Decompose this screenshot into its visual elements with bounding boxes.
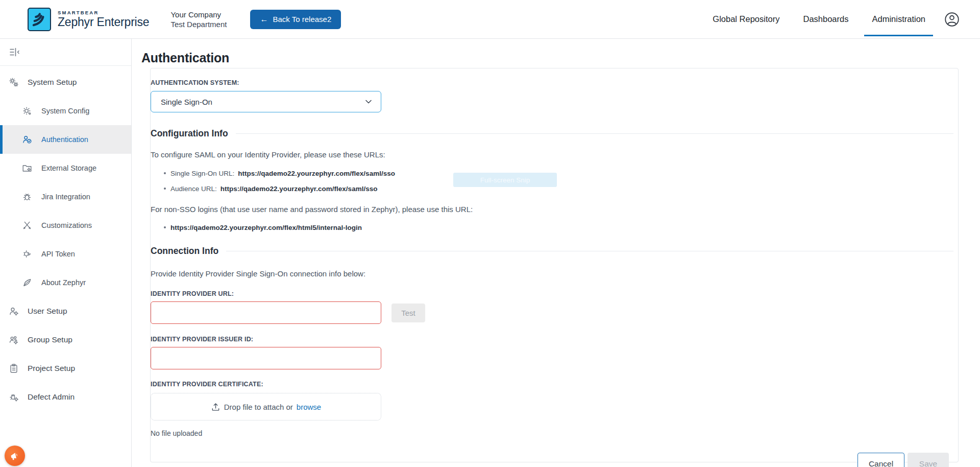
sidebar-collapse-row xyxy=(0,39,131,66)
sidebar-item-label: User Setup xyxy=(28,307,67,316)
list-item: Single Sign-On URL: https://qademo22.you… xyxy=(151,166,953,181)
idp-url-label: IDENTITY PROVIDER URL: xyxy=(151,290,953,297)
connection-intro-text: Provide Identity Provider Single Sign-On… xyxy=(151,269,953,278)
auth-system-label: AUTHENTICATION SYSTEM: xyxy=(151,79,953,86)
system-config-icon xyxy=(21,105,33,116)
zephyr-logo[interactable] xyxy=(28,8,51,31)
audience-url-value: https://qademo22.yourzephyr.com/flex/sam… xyxy=(220,185,378,193)
sidebar-item-label: Group Setup xyxy=(28,335,72,344)
section-divider xyxy=(236,133,953,134)
api-token-icon xyxy=(21,248,33,260)
nav-administration[interactable]: Administration xyxy=(860,0,937,39)
defect-admin-icon xyxy=(8,391,19,403)
sidebar-menu: System Setup System Config xyxy=(0,66,131,411)
page-title: Authentication xyxy=(141,51,980,65)
sidebar-item-label: Customizations xyxy=(41,221,92,229)
auth-system-select[interactable]: Single Sign-On xyxy=(151,91,381,112)
feather-logo-icon xyxy=(29,9,50,30)
dropzone-text: Drop file to attach or xyxy=(224,403,293,411)
back-arrow-icon: ← xyxy=(260,15,268,24)
sidebar-item-system-setup[interactable]: System Setup xyxy=(0,68,131,97)
sidebar-item-group-setup[interactable]: Group Setup xyxy=(0,325,131,354)
sidebar-item-user-setup[interactable]: User Setup xyxy=(0,297,131,325)
section-divider xyxy=(226,251,953,251)
top-nav: Global Repository Dashboards Administrat… xyxy=(701,0,937,39)
sidebar-item-system-config[interactable]: System Config xyxy=(0,97,131,125)
upload-icon xyxy=(211,402,220,412)
back-button-label: Back To release2 xyxy=(273,15,331,24)
sidebar-item-project-setup[interactable]: Project Setup xyxy=(0,354,131,383)
department-name: Test Department xyxy=(170,19,227,29)
sidebar-item-label: Authentication xyxy=(41,135,88,144)
company-name: Your Company xyxy=(170,10,227,19)
section-heading: Configuration Info xyxy=(151,128,228,139)
form-footer: Cancel Save xyxy=(151,453,953,467)
back-to-release-button[interactable]: ← Back To release2 xyxy=(250,10,341,29)
crossed-pencils-icon xyxy=(21,220,33,231)
sidebar-item-defect-admin[interactable]: Defect Admin xyxy=(0,383,131,411)
no-file-status: No file uploaded xyxy=(151,429,953,437)
idp-issuer-input[interactable] xyxy=(151,347,381,369)
nav-global-repository[interactable]: Global Repository xyxy=(701,0,791,39)
sidebar-item-label: Jira Integration xyxy=(41,193,90,201)
list-item: https://qademo22.yourzephyr.com/flex/htm… xyxy=(151,220,953,235)
bullet-dot xyxy=(164,188,166,190)
product-name: Zephyr Enterprise xyxy=(58,16,149,28)
collapse-sidebar-icon[interactable] xyxy=(8,46,20,58)
sso-url-value: https://qademo22.yourzephyr.com/flex/sam… xyxy=(238,170,395,177)
non-sso-text: For non-SSO logins (that use user name a… xyxy=(151,205,953,214)
company-block: Your Company Test Department xyxy=(170,10,227,29)
idp-certificate-label: IDENTITY PROVIDER CERTIFICATE: xyxy=(151,381,953,388)
sidebar-item-customizations[interactable]: Customizations xyxy=(0,211,131,240)
authentication-panel: AUTHENTICATION SYSTEM: Single Sign-On Co… xyxy=(150,68,959,462)
main-content: Authentication AUTHENTICATION SYSTEM: Si… xyxy=(132,39,980,467)
sso-url-list: Single Sign-On URL: https://qademo22.you… xyxy=(151,166,953,196)
bullet-dot xyxy=(164,172,166,174)
brand-text: SMARTBEAR Zephyr Enterprise xyxy=(58,10,149,29)
group-setup-icon xyxy=(8,334,19,345)
idp-issuer-label: IDENTITY PROVIDER ISSUER ID: xyxy=(151,336,953,343)
browse-link[interactable]: browse xyxy=(297,403,321,411)
sidebar-item-label: System Config xyxy=(41,107,89,115)
saml-intro-text: To configure SAML on your Identity Provi… xyxy=(151,150,953,159)
smartbear-label: SMARTBEAR xyxy=(58,10,149,15)
sidebar-item-label: API Token xyxy=(41,250,75,258)
test-button[interactable]: Test xyxy=(391,303,425,322)
clipboard-icon xyxy=(8,363,19,374)
connection-info-section: Connection Info xyxy=(151,246,953,256)
megaphone-icon xyxy=(8,449,21,462)
sidebar-item-label: Project Setup xyxy=(28,364,75,373)
sidebar-item-label: External Storage xyxy=(41,164,96,172)
non-sso-url-list: https://qademo22.yourzephyr.com/flex/htm… xyxy=(151,220,953,235)
idp-issuer-row xyxy=(151,347,953,369)
configuration-info-section: Configuration Info xyxy=(151,128,953,139)
bullet-dot xyxy=(164,226,166,228)
cancel-button[interactable]: Cancel xyxy=(857,453,904,467)
list-item: Audience URL: https://qademo22.yourzephy… xyxy=(151,181,953,196)
idp-url-input[interactable] xyxy=(151,301,381,324)
chat-launcher-button[interactable] xyxy=(5,446,25,466)
bug-icon xyxy=(21,191,33,202)
authentication-icon xyxy=(21,134,33,145)
sidebar-item-authentication[interactable]: Authentication xyxy=(0,125,131,154)
chevron-down-icon xyxy=(364,98,373,106)
save-button[interactable]: Save xyxy=(908,453,949,467)
auth-system-value: Single Sign-On xyxy=(161,98,212,106)
audience-url-label: Audience URL: xyxy=(170,185,217,193)
external-storage-icon xyxy=(21,162,33,174)
sidebar-item-label: Defect Admin xyxy=(28,392,75,402)
user-avatar-icon[interactable] xyxy=(944,12,960,27)
sidebar-item-about-zephyr[interactable]: About Zephyr xyxy=(0,268,131,297)
certificate-dropzone[interactable]: Drop file to attach or browse xyxy=(151,393,381,421)
nav-dashboards[interactable]: Dashboards xyxy=(791,0,860,39)
sidebar-item-label: About Zephyr xyxy=(41,278,86,287)
admin-sidebar: System Setup System Config xyxy=(0,39,132,467)
internal-login-url: https://qademo22.yourzephyr.com/flex/htm… xyxy=(170,224,362,231)
sidebar-item-jira-integration[interactable]: Jira Integration xyxy=(0,182,131,211)
sso-url-label: Single Sign-On URL: xyxy=(170,170,234,177)
sidebar-item-external-storage[interactable]: External Storage xyxy=(0,154,131,182)
sidebar-item-api-token[interactable]: API Token xyxy=(0,240,131,268)
top-header: SMARTBEAR Zephyr Enterprise Your Company… xyxy=(0,0,980,39)
idp-url-row: Test xyxy=(151,301,953,324)
sidebar-item-label: System Setup xyxy=(28,78,77,87)
